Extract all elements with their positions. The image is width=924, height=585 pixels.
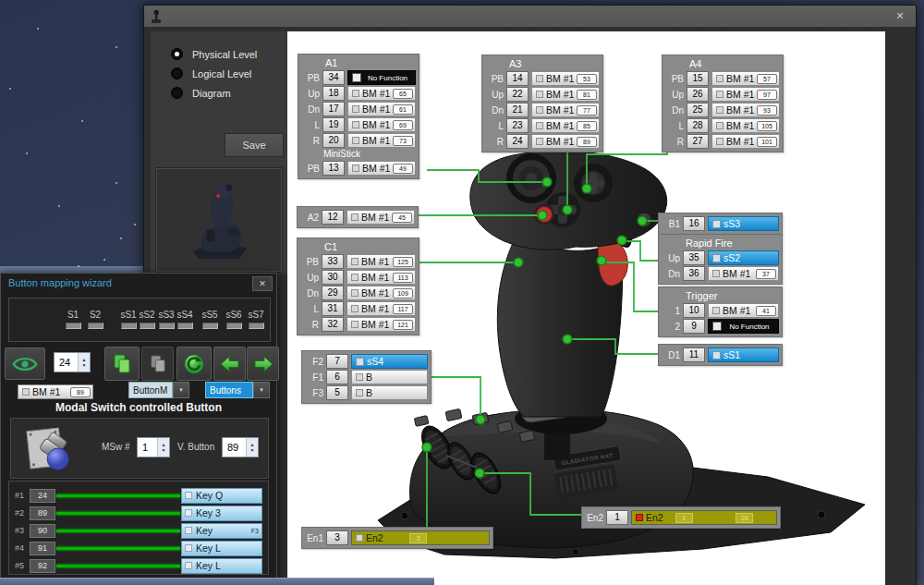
key-checkbox[interactable] [185,527,192,534]
function-checkbox[interactable] [352,165,359,172]
function-bar[interactable]: BM #185 [531,118,600,133]
function-checkbox[interactable] [712,307,720,314]
function-bar[interactable]: BM #1121 [346,317,416,332]
function-bar[interactable]: No Function [347,70,416,85]
function-checkbox[interactable] [351,305,359,312]
function-checkbox[interactable] [356,373,363,381]
function-checkbox[interactable] [716,122,723,129]
function-bar[interactable]: BM #173 [347,133,416,148]
function-checkbox[interactable] [716,75,723,82]
previous-button[interactable] [213,347,246,381]
next-button[interactable] [247,347,279,381]
function-checkbox[interactable] [352,90,359,97]
paste-button[interactable] [141,347,174,381]
function-bar[interactable]: BM #157 [711,71,780,86]
button-type-dropdown[interactable]: ButtonM ▼ [128,382,189,398]
function-checkbox[interactable] [351,321,359,328]
function-bar[interactable]: BM #1113 [346,270,416,285]
function-bar[interactable]: BM #181 [531,87,600,102]
function-bar[interactable]: sS1 [708,347,779,362]
spinner-arrows[interactable]: ▲▼ [78,353,90,372]
function-checkbox[interactable] [352,105,359,113]
function-bar[interactable]: BM #161 [347,102,416,116]
chevron-down-icon[interactable]: ▼ [253,382,270,398]
function-checkbox[interactable] [352,137,359,144]
key-button[interactable]: Key L [181,541,262,556]
function-bar[interactable]: BM #193 [711,103,780,117]
function-checkbox[interactable] [712,351,721,360]
function-bar[interactable]: BM #137 [708,266,779,281]
function-checkbox[interactable] [352,121,359,128]
function-bar[interactable]: sS2 [708,250,779,265]
key-button[interactable]: Key L [181,558,262,574]
view-mode-option[interactable]: Physical Level [171,44,287,64]
function-bar[interactable]: B [351,370,428,384]
function-bar[interactable]: sS3 [708,216,779,231]
wizard-titlebar[interactable]: Button mapping wizard ✕ [1,274,276,292]
function-checkbox[interactable] [356,534,363,542]
function-bar[interactable]: BM #153 [531,71,600,86]
function-bar[interactable]: BM #1125 [346,254,416,269]
key-checkbox[interactable] [185,492,192,499]
key-button[interactable]: KeyF3 [181,523,262,539]
function-bar[interactable]: sS4 [351,354,428,369]
function-checkbox[interactable] [536,106,543,114]
key-button[interactable]: Key Q [181,488,262,504]
function-checkbox[interactable] [351,213,359,221]
category-dropdown[interactable]: Buttons ▼ [205,382,270,398]
view-mode-option[interactable]: Diagram [171,83,287,103]
key-checkbox[interactable] [185,544,192,552]
main-window-titlebar[interactable]: ✕ [144,6,916,27]
key-checkbox[interactable] [185,509,192,517]
vbutton-spinner[interactable]: 89 ▲▼ [222,437,259,457]
function-bar[interactable]: BM #141 [708,303,779,318]
function-checkbox[interactable] [356,358,364,366]
copy-button[interactable] [104,347,140,381]
save-button[interactable]: Save [225,133,284,157]
function-bar[interactable]: BM #1117 [346,301,416,316]
function-bar[interactable]: En2128 [631,510,777,525]
current-bm-button[interactable]: BM #1 89 [18,384,93,399]
wizard-close-button[interactable]: ✕ [252,276,273,291]
radio-button[interactable] [171,67,183,79]
key-button[interactable]: Key 3 [181,506,262,521]
main-window-close-button[interactable]: ✕ [890,10,910,22]
function-checkbox[interactable] [716,106,723,114]
function-checkbox[interactable] [712,270,720,277]
function-checkbox[interactable] [351,274,359,281]
reset-button[interactable] [176,347,212,381]
function-checkbox[interactable] [352,73,361,82]
function-checkbox[interactable] [712,322,722,331]
function-checkbox[interactable] [712,220,721,228]
view-mode-option[interactable]: Logical Level [171,64,287,83]
msw-spinner[interactable]: 1 ▲▼ [137,437,170,457]
function-bar[interactable]: BM #197 [711,87,780,102]
function-checkbox[interactable] [536,75,543,82]
key-checkbox[interactable] [185,562,192,569]
function-bar[interactable]: BM #1109 [346,286,416,300]
function-bar[interactable]: BM #1105 [711,118,780,133]
function-bar[interactable]: BM #145 [346,210,415,225]
function-bar[interactable]: BM #1101 [711,134,780,149]
function-checkbox[interactable] [636,514,643,521]
function-checkbox[interactable] [716,91,723,98]
function-checkbox[interactable] [536,91,543,98]
function-bar[interactable]: BM #189 [531,134,600,149]
function-bar[interactable]: No Function [708,319,779,334]
function-bar[interactable]: BM #165 [347,86,416,101]
function-checkbox[interactable] [351,258,359,265]
function-bar[interactable]: En23 [351,530,490,545]
function-checkbox[interactable] [356,389,363,396]
chevron-down-icon[interactable]: ▼ [173,382,189,398]
function-bar[interactable]: BM #149 [347,161,416,176]
radio-button[interactable] [171,48,183,60]
function-checkbox[interactable] [712,254,721,262]
function-checkbox[interactable] [536,122,543,129]
function-bar[interactable]: BM #169 [347,117,416,132]
radio-button[interactable] [171,87,183,99]
preview-eye-button[interactable] [5,347,45,380]
function-bar[interactable]: BM #177 [531,103,600,117]
function-checkbox[interactable] [351,289,359,297]
function-checkbox[interactable] [536,138,543,145]
button-number-spinner[interactable]: 24 ▲▼ [54,352,91,372]
